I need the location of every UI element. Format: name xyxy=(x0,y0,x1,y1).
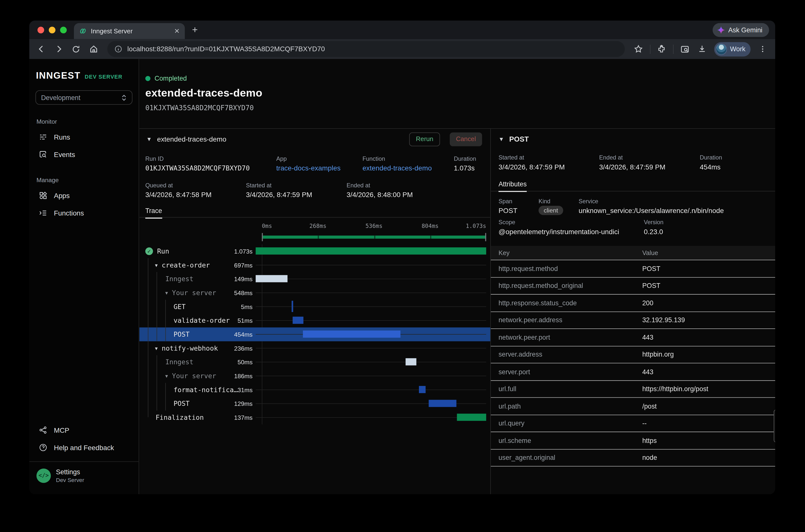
inngest-logo: INNGEST xyxy=(36,71,80,81)
attribute-value: https://httpbin.org/post xyxy=(642,385,708,393)
site-info-icon[interactable] xyxy=(114,45,122,53)
span-duration: 137ms xyxy=(234,414,252,421)
span-bar[interactable] xyxy=(293,317,304,324)
attribute-key: http.request.method xyxy=(499,265,642,272)
span-bar[interactable] xyxy=(419,386,425,393)
avatar xyxy=(716,43,727,55)
span-bar[interactable] xyxy=(256,275,288,282)
attribute-row: url.fullhttps://httpbin.org/post xyxy=(491,380,775,398)
sidebar-item-events[interactable]: Events xyxy=(35,146,132,163)
minimize-window-button[interactable] xyxy=(49,26,56,33)
reload-button[interactable] xyxy=(68,41,83,57)
url-bar[interactable]: localhost:8288/run?runID=01KJXTWA35SA8D2… xyxy=(107,41,625,57)
expand-chevron-icon[interactable]: ▼ xyxy=(164,290,169,296)
help-icon xyxy=(39,443,48,452)
span-bar[interactable] xyxy=(429,400,456,407)
trace-span-row[interactable]: ▼Your server186ms xyxy=(139,369,490,383)
maximize-window-button[interactable] xyxy=(60,26,67,33)
trace-span-row[interactable]: Inngest149ms xyxy=(139,272,490,286)
status-badge: Completed xyxy=(154,74,187,82)
meta-label: App xyxy=(276,155,363,162)
span-duration: 149ms xyxy=(234,276,252,283)
meta-value-duration: 1.073s xyxy=(454,164,490,172)
run-header: Completed extended-traces-demo 01KJXTWA3… xyxy=(139,59,775,128)
rerun-button[interactable]: Rerun xyxy=(409,132,440,146)
sidebar-item-label: MCP xyxy=(54,426,70,434)
expand-chevron-icon[interactable]: ▼ xyxy=(154,346,158,351)
span-name: Finalization xyxy=(155,414,234,421)
span-lane xyxy=(256,272,486,286)
cancel-button[interactable]: Cancel xyxy=(450,132,482,146)
apps-icon xyxy=(39,191,48,200)
span-bar[interactable] xyxy=(406,358,416,365)
settings-title: Settings xyxy=(56,468,85,476)
key-column-header: Key xyxy=(499,249,642,256)
span-lane xyxy=(256,341,486,355)
environment-select[interactable]: Development xyxy=(35,90,132,105)
main-area: Completed extended-traces-demo 01KJXTWA3… xyxy=(139,59,775,494)
sidebar-section-monitor: Monitor xyxy=(36,118,132,125)
forward-button[interactable] xyxy=(51,41,66,57)
attribute-key: http.response.status_code xyxy=(499,299,642,307)
sidebar-item-functions[interactable]: Functions xyxy=(35,204,132,222)
function-link[interactable]: extended-traces-demo xyxy=(362,164,454,172)
trace-title: extended-traces-demo xyxy=(157,135,404,143)
run-id: 01KJXTWA35SA8D2MCQF7BXYD70 xyxy=(145,104,775,112)
trace-span-row[interactable]: GET5ms xyxy=(139,300,490,314)
tab-trace[interactable]: Trace xyxy=(145,207,162,218)
attribute-row: network.peer.address32.192.95.139 xyxy=(491,312,775,329)
sidebar-item-settings[interactable]: </> Settings Dev Server xyxy=(35,462,132,490)
sidebar-item-mcp[interactable]: MCP xyxy=(35,421,132,439)
trace-span-row[interactable]: Inngest50ms xyxy=(139,355,490,369)
attribute-key: url.query xyxy=(499,420,642,427)
trace-span-row[interactable]: ▼Your server548ms xyxy=(139,286,490,300)
sidebar-item-label: Runs xyxy=(54,133,70,141)
app-content: INNGEST DEV SERVER Development Monitor R… xyxy=(30,59,775,494)
span-info-span: POST xyxy=(499,207,539,214)
app-link[interactable]: trace-docs-examples xyxy=(276,164,363,172)
trace-span-row[interactable]: ▼notify-webhook236ms xyxy=(139,341,490,355)
span-bar[interactable] xyxy=(303,330,401,338)
home-button[interactable] xyxy=(86,41,101,57)
browser-menu-icon[interactable] xyxy=(755,41,770,57)
extensions-icon[interactable] xyxy=(654,41,669,57)
attribute-value: 443 xyxy=(642,368,653,376)
environment-select-value: Development xyxy=(41,94,80,101)
window-controls[interactable] xyxy=(30,26,74,33)
trace-span-row[interactable]: validate-order51ms xyxy=(139,314,490,327)
attribute-row: http.request.methodPOST xyxy=(491,260,775,278)
span-bar[interactable] xyxy=(292,301,293,312)
tab-search-icon[interactable] xyxy=(677,41,692,57)
trace-span-row[interactable]: ▼create-order697ms xyxy=(139,258,490,272)
expand-chevron-icon[interactable]: ▼ xyxy=(154,263,158,268)
sidebar-item-apps[interactable]: Apps xyxy=(35,187,132,204)
attribute-row: url.path/post xyxy=(491,398,775,415)
attribute-key: url.path xyxy=(499,402,642,410)
profile-button[interactable]: Work xyxy=(714,42,751,56)
sidebar-item-runs[interactable]: Runs xyxy=(35,128,132,146)
new-tab-button[interactable]: + xyxy=(192,24,198,35)
back-button[interactable] xyxy=(33,41,49,57)
bookmark-star-icon[interactable] xyxy=(631,41,647,57)
sidebar-item-help-feedback[interactable]: Help and Feedback xyxy=(35,439,132,456)
tab-attributes[interactable]: Attributes xyxy=(499,180,527,192)
trace-span-row[interactable]: format-notifica…31ms xyxy=(139,383,490,397)
download-icon[interactable] xyxy=(694,41,710,57)
trace-span-row[interactable]: POST454ms xyxy=(139,327,490,341)
trace-minimap[interactable] xyxy=(139,233,490,242)
expand-chevron-icon[interactable]: ▼ xyxy=(164,373,169,378)
collapse-chevron-icon[interactable]: ▼ xyxy=(146,136,152,142)
trace-span-row[interactable]: ✓Run1.073s xyxy=(139,244,490,258)
span-bar[interactable] xyxy=(256,247,486,254)
close-tab-icon[interactable]: ✕ xyxy=(174,27,180,34)
span-bar[interactable] xyxy=(457,414,486,421)
collapse-chevron-icon[interactable]: ▼ xyxy=(499,136,504,142)
vertical-scrollbar[interactable] xyxy=(774,410,775,442)
close-window-button[interactable] xyxy=(38,26,44,33)
trace-span-row[interactable]: Finalization137ms xyxy=(139,411,490,424)
trace-span-row[interactable]: POST129ms xyxy=(139,397,490,411)
span-lane xyxy=(256,397,486,411)
attribute-row: server.addresshttpbin.org xyxy=(491,346,775,363)
browser-tab[interactable]: Inngest Server ✕ xyxy=(74,23,185,39)
ask-gemini-button[interactable]: Ask Gemini xyxy=(712,23,769,37)
